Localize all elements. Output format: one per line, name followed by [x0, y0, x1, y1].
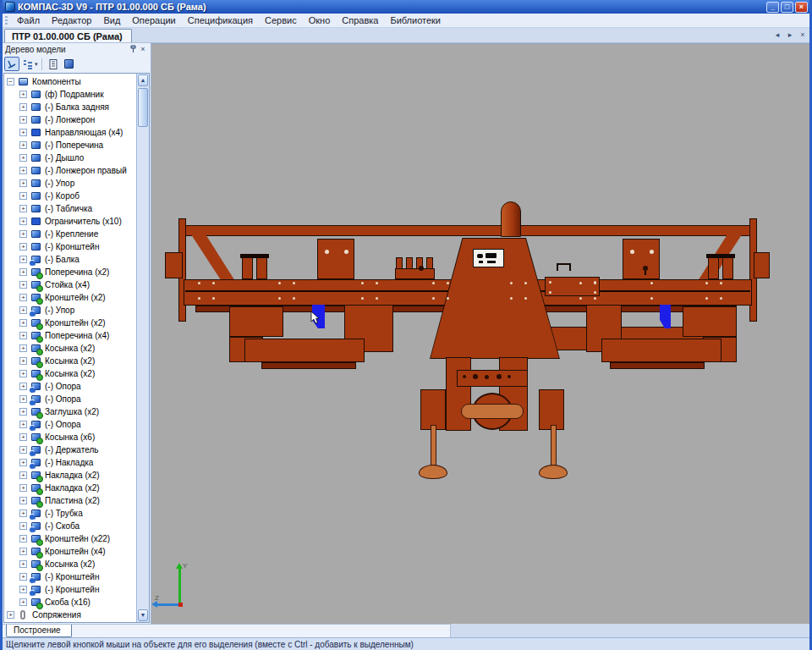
expand-toggle[interactable]: +	[19, 598, 27, 606]
tree-item[interactable]: +Поперечина (х2)	[4, 266, 149, 278]
expand-toggle[interactable]: +	[19, 560, 27, 568]
expand-toggle[interactable]: +	[19, 243, 27, 251]
expand-toggle[interactable]: +	[19, 281, 27, 289]
menu-item-5[interactable]: Сервис	[259, 14, 303, 26]
expand-toggle[interactable]: +	[19, 154, 27, 162]
tree-item[interactable]: +(-) Поперечина	[4, 139, 149, 151]
tree-item[interactable]: +Накладка (х2)	[4, 469, 149, 482]
tree-item[interactable]: +Поперечина (х4)	[4, 329, 149, 342]
expand-toggle[interactable]: −	[7, 78, 14, 85]
minimize-button[interactable]: _	[766, 2, 779, 13]
document-tab[interactable]: ПТР 01.00.000 СБ (Рама)	[4, 29, 132, 42]
tree-item[interactable]: +Кронштейн (х22)	[4, 532, 149, 545]
expand-toggle[interactable]: +	[19, 548, 27, 555]
tree-item[interactable]: +Заглушка (х2)	[4, 405, 149, 418]
tree-root-components[interactable]: −Компоненты	[4, 75, 149, 88]
expand-toggle[interactable]: +	[19, 306, 27, 314]
tree-item[interactable]: +Кронштейн (х2)	[4, 317, 149, 329]
tree-item[interactable]: +(-) Опора	[4, 380, 149, 393]
tree-item[interactable]: +Пластина (х2)	[4, 494, 149, 507]
tree-item[interactable]: +Направляющая (х4)	[4, 126, 149, 139]
restore-button[interactable]: □	[781, 2, 793, 13]
tree-item[interactable]: +(ф) Подрамник	[4, 88, 149, 101]
rebuild-icon[interactable]	[62, 57, 77, 71]
expand-toggle[interactable]: +	[7, 611, 14, 619]
scrollbar-thumb[interactable]	[138, 88, 148, 127]
expand-toggle[interactable]: +	[19, 383, 27, 390]
scroll-up-icon[interactable]: ▲	[138, 74, 148, 86]
expand-toggle[interactable]: +	[19, 167, 27, 174]
expand-toggle[interactable]: +	[19, 116, 27, 124]
menu-item-7[interactable]: Справка	[336, 14, 384, 26]
scroll-down-icon[interactable]: ▼	[138, 609, 148, 621]
expand-toggle[interactable]: +	[19, 573, 27, 581]
pin-icon[interactable]	[128, 45, 138, 54]
menu-item-1[interactable]: Редактор	[46, 14, 97, 26]
expand-toggle[interactable]: +	[19, 344, 27, 352]
expand-toggle[interactable]: +	[19, 256, 27, 263]
composition-icon[interactable]	[20, 57, 36, 71]
tree-item[interactable]: +(-) Скоба	[4, 520, 149, 532]
tree-item[interactable]: +Косынка (х2)	[4, 367, 149, 380]
expand-toggle[interactable]: +	[19, 510, 27, 517]
expand-toggle[interactable]: +	[19, 497, 27, 504]
model-canvas[interactable]: Y Z	[151, 43, 809, 624]
tree-item[interactable]: +(-) Лонжерон правый	[4, 164, 149, 177]
expand-toggle[interactable]: +	[19, 408, 27, 416]
close-tab-icon[interactable]: ×	[797, 30, 809, 41]
expand-toggle[interactable]: +	[19, 294, 27, 301]
tree-item[interactable]: +Косынка (х2)	[4, 355, 149, 367]
tree-item[interactable]: +(-) Накладка	[4, 456, 149, 469]
tree-item[interactable]: +(-) Балка	[4, 253, 149, 266]
tree-item[interactable]: +(-) Упор	[4, 177, 149, 190]
expand-toggle[interactable]: +	[19, 103, 27, 111]
expand-toggle[interactable]: +	[19, 319, 27, 327]
expand-toggle[interactable]: +	[19, 535, 27, 543]
expand-toggle[interactable]: +	[19, 433, 27, 441]
chevron-down-icon[interactable]: ▾	[35, 61, 38, 68]
tree-root-mates[interactable]: +Сопряжения	[4, 609, 149, 621]
tree-item[interactable]: +Стойка (х4)	[4, 278, 149, 291]
expand-toggle[interactable]: +	[19, 459, 27, 466]
tree-item[interactable]: +(-) Балка задняя	[4, 101, 149, 113]
tree-item[interactable]: +(-) Кронштейн	[4, 583, 149, 596]
tree-item[interactable]: +Косынка (х2)	[4, 342, 149, 355]
tree-item[interactable]: +Косынка (х6)	[4, 431, 149, 443]
tree-item[interactable]: +(-) Короб	[4, 190, 149, 202]
expand-toggle[interactable]: +	[19, 268, 27, 276]
structure-filter-icon[interactable]	[4, 57, 19, 71]
tree-item[interactable]: +(-) Табличка	[4, 202, 149, 215]
tree-item[interactable]: +Накладка (х2)	[4, 482, 149, 494]
close-panel-icon[interactable]: ×	[138, 45, 148, 54]
expand-toggle[interactable]: +	[19, 522, 27, 530]
tree-item[interactable]: +Косынка (х2)	[4, 558, 149, 570]
expand-toggle[interactable]: +	[19, 332, 27, 339]
tree-item[interactable]: +(-) Крепление	[4, 228, 149, 240]
expand-toggle[interactable]: +	[19, 471, 27, 479]
menu-item-2[interactable]: Вид	[97, 14, 126, 26]
tree-item[interactable]: +Ограничитель (х10)	[4, 215, 149, 228]
tree-item[interactable]: +(-) Держатель	[4, 443, 149, 456]
expand-toggle[interactable]: +	[19, 218, 27, 225]
tree-item[interactable]: +Скоба (х16)	[4, 596, 149, 609]
expand-toggle[interactable]: +	[19, 421, 27, 428]
expand-toggle[interactable]: +	[19, 91, 27, 98]
expand-toggle[interactable]: +	[19, 484, 27, 492]
expand-toggle[interactable]: +	[19, 179, 27, 187]
menu-item-6[interactable]: Окно	[303, 14, 337, 26]
expand-toggle[interactable]: +	[19, 230, 27, 238]
expand-toggle[interactable]: +	[19, 192, 27, 200]
tree-item[interactable]: +(-) Трубка	[4, 507, 149, 520]
prev-tab-icon[interactable]: ◂	[771, 30, 783, 41]
expand-toggle[interactable]: +	[19, 370, 27, 377]
tab-construction[interactable]: Построение	[6, 625, 72, 637]
tree-item[interactable]: +(-) Опора	[4, 418, 149, 431]
close-button[interactable]: ×	[795, 2, 808, 13]
tree-item[interactable]: +(-) Лонжерон	[4, 113, 149, 126]
tree-item[interactable]: +Кронштейн (х4)	[4, 545, 149, 558]
tree-item[interactable]: +(-) Кронштейн	[4, 240, 149, 253]
tree-item[interactable]: +(-) Кронштейн	[4, 570, 149, 583]
menu-item-4[interactable]: Спецификация	[182, 14, 259, 26]
report-icon[interactable]	[46, 57, 61, 71]
menu-item-3[interactable]: Операции	[126, 14, 181, 26]
